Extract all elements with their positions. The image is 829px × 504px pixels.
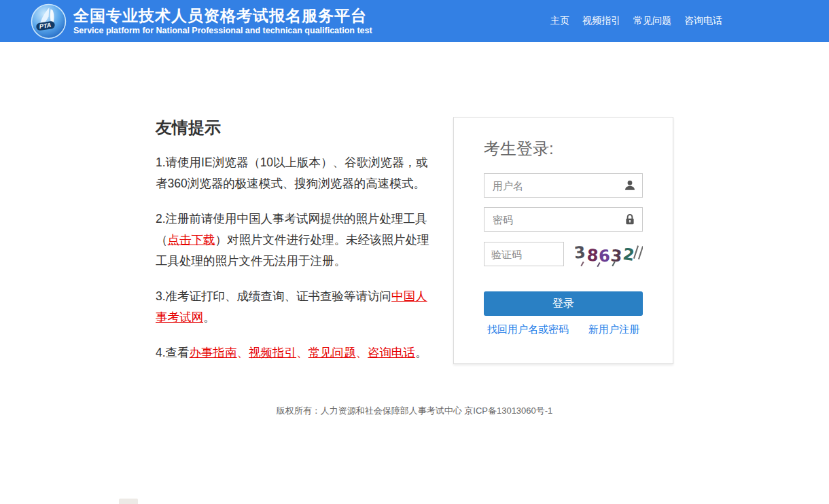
tip-3-text-pre: 3.准考证打印、成绩查询、证书查验等请访问	[156, 289, 391, 303]
tip-item-3: 3.准考证打印、成绩查询、证书查验等请访问中国人事考试网。	[156, 286, 438, 328]
top-nav: 主页 视频指引 常见问题 咨询电话	[550, 0, 722, 42]
username-input[interactable]	[484, 173, 643, 198]
header-titles: 全国专业技术人员资格考试报名服务平台 Service platform for …	[73, 7, 372, 35]
forgot-credentials-link[interactable]: 找回用户名或密码	[487, 323, 569, 336]
captcha-field-wrap	[484, 242, 564, 266]
captcha-image[interactable]: 3 8 6 3 2	[572, 241, 643, 267]
tip-3-text-post: 。	[203, 310, 215, 324]
nav-faq[interactable]: 常见问题	[633, 15, 671, 27]
tip-4-separator: 、	[356, 346, 368, 359]
faq-link[interactable]: 常见问题	[308, 346, 356, 359]
tip-1-text: 1.请使用IE浏览器（10以上版本）、谷歌浏览器，或者360浏览器的极速模式、搜…	[156, 156, 428, 190]
bottom-edge-artifact	[119, 499, 138, 504]
nav-hotline[interactable]: 咨询电话	[684, 15, 722, 27]
login-heading: 考生登录:	[484, 138, 643, 160]
tip-item-4: 4.查看办事指南、视频指引、常见问题、咨询电话。	[156, 342, 438, 363]
header-bar: PTA 全国专业技术人员资格考试报名服务平台 Service platform …	[0, 0, 829, 42]
captcha-input[interactable]	[484, 242, 564, 266]
footer-copyright: 版权所有：人力资源和社会保障部人事考试中心 京ICP备13013060号-1	[0, 405, 829, 417]
main-content: 友情提示 1.请使用IE浏览器（10以上版本）、谷歌浏览器，或者360浏览器的极…	[156, 117, 673, 378]
captcha-digit: 2	[622, 246, 635, 264]
username-field-wrap	[484, 173, 643, 198]
video-guide-link[interactable]: 视频指引	[249, 346, 296, 359]
login-panel: 考生登录: 3 8 6 3	[453, 117, 673, 364]
captcha-digit: 3	[574, 244, 586, 262]
captcha-noise-line	[637, 246, 643, 259]
nav-video-guide[interactable]: 视频指引	[582, 15, 620, 27]
tips-heading: 友情提示	[156, 117, 438, 139]
friendly-tips-section: 友情提示 1.请使用IE浏览器（10以上版本）、谷歌浏览器，或者360浏览器的极…	[156, 117, 438, 378]
captcha-digit: 6	[599, 248, 611, 265]
captcha-row: 3 8 6 3 2	[484, 241, 643, 267]
tip-4-text-post: 。	[415, 346, 427, 359]
tip-4-text-pre: 4.查看	[156, 346, 190, 359]
captcha-digit: 3	[610, 247, 623, 264]
tip-item-2: 2.注册前请使用中国人事考试网提供的照片处理工具（点击下载）对照片文件进行处理。…	[156, 209, 438, 272]
login-button[interactable]: 登录	[484, 291, 643, 316]
login-links-row: 找回用户名或密码 新用户注册	[484, 323, 643, 336]
password-input[interactable]	[484, 207, 643, 232]
pta-logo-icon: PTA	[31, 3, 67, 39]
captcha-noise-line	[580, 262, 584, 266]
tip-4-separator: 、	[237, 346, 249, 359]
page-title: 全国专业技术人员资格考试报名服务平台	[73, 7, 372, 24]
tip-item-1: 1.请使用IE浏览器（10以上版本）、谷歌浏览器，或者360浏览器的极速模式、搜…	[156, 152, 438, 194]
captcha-digit: 8	[586, 247, 599, 264]
page-subtitle: Service platform for National Profession…	[73, 26, 372, 35]
service-guide-link[interactable]: 办事指南	[190, 346, 237, 359]
hotline-link[interactable]: 咨询电话	[368, 346, 415, 359]
nav-home[interactable]: 主页	[550, 15, 569, 27]
new-user-register-link[interactable]: 新用户注册	[588, 323, 639, 336]
tip-4-separator: 、	[296, 346, 308, 359]
password-field-wrap	[484, 207, 643, 232]
download-photo-tool-link[interactable]: 点击下载	[168, 233, 215, 247]
